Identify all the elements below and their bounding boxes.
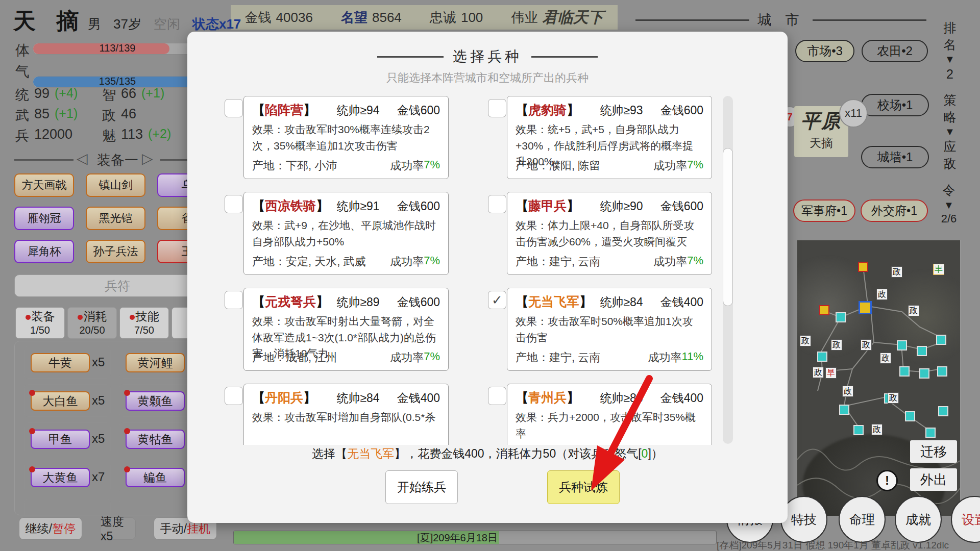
stat-bonus: (+1) — [141, 86, 164, 104]
troop-card[interactable]: 【丹阳兵】统帅≥84金钱400效果：攻击敌军时增加自身部队(0.5*杀 — [243, 384, 449, 445]
vertical-char: ▼ — [941, 125, 959, 138]
building-button[interactable]: 军事府•1 — [793, 199, 855, 222]
troop-requirement: 统帅≥84 — [600, 294, 643, 310]
stat-label: 智 — [102, 86, 116, 104]
item-button[interactable]: 黄牯鱼 — [126, 430, 185, 449]
go-out-button[interactable]: 外出 — [910, 468, 957, 491]
building-button[interactable]: 外交府•1 — [861, 199, 928, 222]
map-city-square[interactable] — [899, 366, 910, 377]
map-city-square[interactable] — [817, 352, 827, 362]
item-button[interactable]: 大黄鱼 — [31, 468, 90, 487]
troop-requirement: 统帅≥83 — [600, 390, 643, 406]
map-city-selected[interactable] — [859, 301, 872, 314]
troop-card[interactable]: 【陷阵营】统帅≥94金钱600效果：攻击敌军时30%概率连续攻击2次，35%概率… — [243, 96, 449, 179]
stat-魅: 魅113(+2) — [102, 127, 171, 145]
speed-button[interactable]: 速度x5 — [100, 517, 136, 540]
troop-card[interactable]: 【无当飞军】统帅≥84金钱400效果：攻击敌军时50%概率追加1次攻击伤害产地：… — [507, 288, 712, 371]
map-city-square[interactable] — [937, 366, 947, 377]
item-button[interactable]: 牛黄 — [31, 353, 90, 372]
map-city-square[interactable] — [917, 346, 927, 356]
menu-命理[interactable]: 命理 — [839, 496, 886, 543]
stat-bonus: (+1) — [55, 106, 78, 124]
map-city-square[interactable] — [936, 335, 946, 345]
map-city-square[interactable] — [938, 406, 948, 416]
player-idle-state: 空闲 — [154, 15, 180, 33]
scrollbar-thumb[interactable] — [723, 148, 733, 306]
equip-item-button[interactable]: 方天画戟 — [14, 173, 74, 197]
map-city-square[interactable] — [925, 428, 936, 438]
map-city-square[interactable] — [836, 312, 846, 322]
equip-item-button[interactable]: 孙子兵法 — [86, 240, 145, 263]
rank-selector[interactable]: 排名▼2 — [941, 19, 959, 83]
item-button[interactable]: 黄颡鱼 — [126, 391, 185, 411]
map-city-square[interactable] — [897, 340, 907, 350]
inventory-cell: 大黄鱼x7 — [24, 461, 111, 493]
troop-origin: 产地：下邳, 小沛 — [252, 158, 337, 173]
world-map[interactable]: 政丰政政政政政政政旱政政政 迁移 ! 外出 — [797, 240, 961, 516]
map-city-square[interactable] — [819, 305, 829, 315]
tab-消耗[interactable]: 消耗20/50 — [67, 307, 117, 339]
map-city-square[interactable] — [919, 368, 929, 379]
control-label: 手动/ — [160, 521, 187, 537]
tab-技能[interactable]: 技能7/50 — [119, 307, 169, 339]
bracket: 】 — [316, 293, 329, 310]
building-button[interactable]: 校场•1 — [861, 94, 929, 116]
resource-value: 40036 — [276, 10, 313, 26]
bracket: 】 — [567, 197, 579, 214]
troop-checkbox[interactable] — [225, 387, 243, 405]
map-city-square[interactable] — [858, 262, 868, 272]
troop-card[interactable]: 【西凉铁骑】统帅≥91金钱600效果：武+9，在沙地、平原城池作战时自身部队战力… — [243, 192, 449, 275]
equip-prev-icon[interactable]: ◁ — [77, 150, 88, 167]
continue-pause-button[interactable]: 继续/暂停 — [19, 517, 82, 540]
map-city-square[interactable] — [853, 425, 864, 435]
bracket: 】 — [303, 102, 316, 118]
selection-part: 】，花费金钱400，消耗体力50（对该兵种怒气[ — [394, 447, 641, 460]
troop-checkbox[interactable] — [488, 99, 506, 117]
troop-checkbox[interactable] — [225, 291, 243, 309]
troop-card[interactable]: 【虎豹骑】统帅≥93金钱600效果：统+5，武+5，自身部队战力+30%，作战胜… — [507, 96, 712, 179]
item-button[interactable]: 鳊鱼 — [126, 468, 185, 487]
item-button[interactable]: 甲鱼 — [31, 430, 90, 449]
building-button[interactable]: 市场•3 — [795, 40, 854, 62]
stat-label: 统 — [15, 86, 29, 104]
player-status-link[interactable]: 状态x17 — [192, 15, 241, 33]
building-button[interactable]: 城墙•1 — [861, 146, 929, 168]
troop-checkbox[interactable] — [488, 195, 506, 213]
equip-next-icon[interactable]: ▷ — [142, 150, 153, 167]
order-counter[interactable]: 令▼2/6 — [940, 182, 958, 226]
strategy-selector[interactable]: 策略▼应敌 — [941, 92, 959, 171]
troop-card[interactable]: 【青州兵】统帅≥83金钱400效果：兵力+2000，攻击敌军时35%概率 — [507, 384, 712, 445]
troop-success-rate-value: 7% — [424, 158, 440, 173]
equip-item-button[interactable]: 犀角杯 — [14, 240, 74, 263]
troop-checkbox[interactable] — [488, 387, 506, 405]
inventory-cell: 大白鱼x5 — [24, 384, 111, 417]
equip-item-button[interactable]: 黑光铠 — [86, 207, 145, 230]
troop-checkbox[interactable]: ✓ — [488, 291, 506, 309]
troop-card-footer: 产地：濮阳, 陈留成功率7% — [516, 158, 703, 173]
troop-success-rate-value: 7% — [424, 350, 440, 365]
bracket: 】 — [579, 293, 592, 310]
troop-cost: 金钱600 — [397, 103, 440, 118]
migrate-button[interactable]: 迁移 — [910, 440, 957, 463]
start-training-button[interactable]: 开始练兵 — [385, 470, 458, 504]
troop-checkbox[interactable] — [225, 99, 243, 117]
equip-item-button[interactable]: 雁翎冠 — [14, 207, 74, 230]
map-city-square[interactable] — [839, 405, 849, 415]
troop-card[interactable]: 【藤甲兵】统帅≥90金钱600效果：体力上限+40，自身部队所受攻击伤害减少60… — [507, 192, 712, 275]
item-button[interactable]: 黄河鲤 — [126, 353, 185, 372]
building-button[interactable]: 农田•2 — [862, 40, 928, 62]
menu-成就[interactable]: 成就 — [895, 496, 942, 543]
map-label-政: 政 — [880, 353, 891, 364]
troop-card[interactable]: 【元戎弩兵】统帅≥89金钱600效果：攻击敌军时射出大量弩箭，对全体敌军造成1~… — [243, 288, 449, 371]
tab-new-dot — [130, 315, 135, 320]
alert-icon[interactable]: ! — [876, 470, 898, 491]
map-city-square[interactable] — [905, 411, 915, 421]
tab-装备[interactable]: 装备1/50 — [15, 307, 65, 339]
item-button[interactable]: 大白鱼 — [31, 391, 90, 411]
troop-trial-button[interactable]: 兵种试炼 — [547, 470, 620, 504]
equip-item-button[interactable]: 镇山剑 — [86, 173, 145, 197]
troop-checkbox[interactable] — [225, 195, 243, 213]
map-label-政: 政 — [813, 367, 824, 378]
troop-cost: 金钱400 — [660, 294, 703, 310]
troop-success-rate-value: 7% — [687, 158, 703, 173]
